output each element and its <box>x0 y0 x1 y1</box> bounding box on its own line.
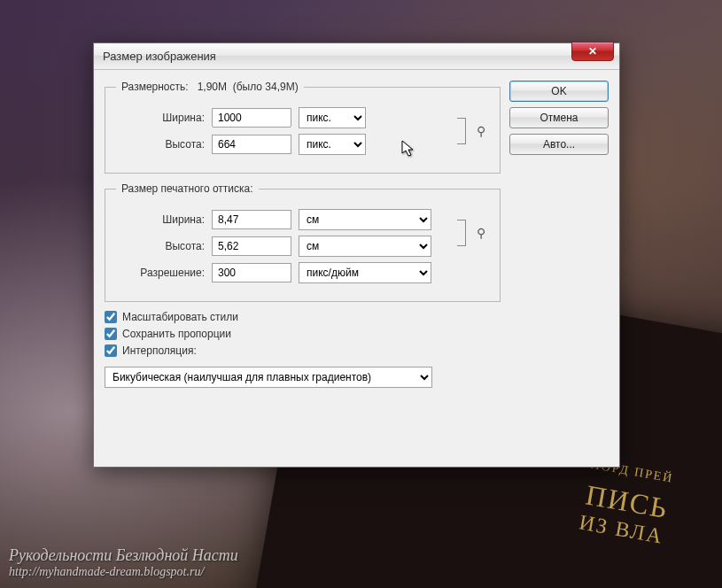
cancel-button[interactable]: Отмена <box>509 107 609 128</box>
titlebar[interactable]: Размер изображения ✕ <box>94 43 619 70</box>
scale-styles-label: Масштабировать стили <box>122 311 238 323</box>
dialog-body: Размерность: 1,90M (было 34,9M) Ширина: … <box>94 70 619 398</box>
doc-rows-wrap: Ширина: см Высота: см ⚲ <box>116 209 489 257</box>
doc-height-unit-select[interactable]: см <box>299 236 431 257</box>
size-previous: (было 34,9M) <box>233 81 299 93</box>
doc-width-input[interactable] <box>212 210 291 229</box>
constrain-label: Сохранить пропорции <box>122 328 231 340</box>
chain-link-icon: ⚲ <box>477 124 485 138</box>
link-bracket <box>457 220 466 246</box>
interpolation-checkbox[interactable] <box>105 344 117 357</box>
size-current: 1,90M <box>198 81 227 93</box>
resolution-label: Разрешение: <box>116 267 205 279</box>
close-button[interactable]: ✕ <box>571 42 614 61</box>
dialog-title: Размер изображения <box>103 50 216 63</box>
chain-link-icon: ⚲ <box>477 226 485 240</box>
watermark: Рукодельности Безлюдной Насти http://myh… <box>9 546 238 579</box>
doc-width-label: Ширина: <box>116 213 205 226</box>
watermark-url: http://myhandmade-dream.blogspot.ru/ <box>9 565 238 579</box>
image-size-dialog: Размер изображения ✕ Размерность: 1,90M … <box>93 43 620 468</box>
width-row: Ширина: пикс. <box>116 107 452 128</box>
interpolation-label: Интерполяция: <box>122 344 197 357</box>
legend-prefix: Размерность: <box>121 81 189 93</box>
scale-styles-row: Масштабировать стили <box>105 311 501 323</box>
scale-styles-checkbox[interactable] <box>105 311 117 323</box>
pixel-dimensions-legend: Размерность: 1,90M (было 34,9M) <box>116 81 304 93</box>
pixel-width-unit-select[interactable]: пикс. <box>299 107 366 128</box>
pixel-width-input[interactable] <box>212 108 291 128</box>
height-row: Высота: пикс. <box>116 134 452 155</box>
auto-button[interactable]: Авто... <box>509 134 609 155</box>
checkbox-section: Масштабировать стили Сохранить пропорции… <box>105 311 501 388</box>
side-buttons: OK Отмена Авто... <box>509 81 609 388</box>
resolution-unit-select[interactable]: пикс/дюйм <box>299 262 431 283</box>
doc-height-input[interactable] <box>212 236 291 256</box>
resolution-row: Разрешение: пикс/дюйм <box>116 262 489 283</box>
constrain-proportions-checkbox[interactable] <box>105 328 117 340</box>
watermark-text: Рукодельности Безлюдной Насти <box>9 546 238 565</box>
constrain-row: Сохранить пропорции <box>105 328 501 340</box>
main-column: Размерность: 1,90M (было 34,9M) Ширина: … <box>105 81 501 388</box>
resolution-input[interactable] <box>212 263 291 282</box>
link-bracket <box>457 118 466 144</box>
width-label: Ширина: <box>116 112 205 124</box>
document-size-legend: Размер печатного оттиска: <box>116 182 259 195</box>
height-label: Высота: <box>116 138 205 151</box>
doc-height-label: Высота: <box>116 240 205 252</box>
close-icon: ✕ <box>588 45 597 58</box>
pixel-height-input[interactable] <box>212 135 291 154</box>
doc-height-row: Высота: см <box>116 236 452 257</box>
interpolation-row: Интерполяция: <box>105 344 501 357</box>
pixel-height-unit-select[interactable]: пикс. <box>299 134 366 155</box>
ok-button[interactable]: OK <box>509 81 609 102</box>
document-size-group: Размер печатного оттиска: Ширина: см Выс… <box>105 182 501 302</box>
pixel-dimensions-group: Размерность: 1,90M (было 34,9M) Ширина: … <box>105 81 501 174</box>
pixel-rows-wrap: Ширина: пикс. Высота: пикс. <box>116 107 489 155</box>
doc-width-unit-select[interactable]: см <box>299 209 431 230</box>
doc-width-row: Ширина: см <box>116 209 452 230</box>
interpolation-method-select[interactable]: Бикубическая (наилучшая для плавных град… <box>105 367 432 388</box>
